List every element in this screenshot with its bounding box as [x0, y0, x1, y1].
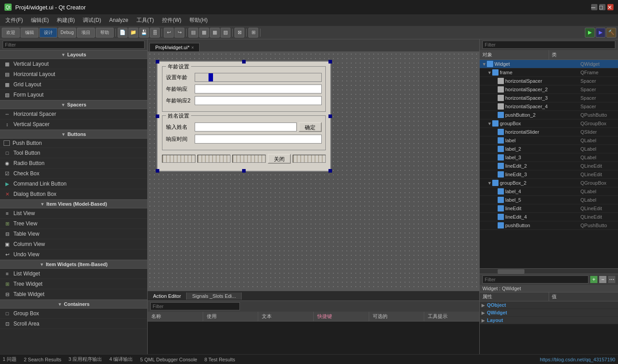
widget-item-list-widget[interactable]: ≡ List Widget: [0, 269, 147, 279]
tree-item-groupbox2[interactable]: ▼ groupBox_2 QGroupBox: [480, 179, 618, 187]
widget-item-tree-view[interactable]: ⊞ Tree View: [0, 219, 147, 229]
tree-item-lineedit3[interactable]: lineEdit_3 QLineEdit: [480, 170, 618, 179]
tb-undo[interactable]: ↩: [164, 28, 174, 38]
menu-controls[interactable]: 控件(W): [158, 16, 185, 25]
menu-help[interactable]: 帮助(H): [186, 16, 211, 25]
doc-tab-widget[interactable]: Proj4/widget.ui* ×: [149, 43, 200, 51]
maximize-button[interactable]: □: [599, 4, 605, 10]
close-button[interactable]: ✕: [607, 4, 614, 10]
props-group-layout[interactable]: ▶ Layout: [480, 317, 618, 324]
props-add-button[interactable]: +: [590, 276, 597, 283]
tree-toggle-frame[interactable]: ▼: [487, 70, 492, 75]
widget-item-undo-view[interactable]: ↩ Undo View: [0, 250, 147, 260]
tree-item-frame[interactable]: ▼ frame QFrame: [480, 68, 618, 77]
handle-bm[interactable]: [242, 169, 246, 173]
tb-edit[interactable]: 编辑: [21, 28, 38, 38]
tree-item-hslider[interactable]: horizontalSlider QSlider: [480, 128, 618, 136]
handle-ml[interactable]: [156, 114, 159, 118]
widget-item-vertical-layout[interactable]: ▦ Vertical Layout: [0, 59, 147, 69]
tree-item-widget[interactable]: ▼ Widget QWidget: [480, 60, 618, 68]
tree-item-pushbutton2[interactable]: pushButton_2 QPushButto: [480, 111, 618, 119]
tb-layout-h[interactable]: ▤: [188, 28, 198, 38]
widget-form[interactable]: 年龄设置 设置年龄 年龄响应 年龄响应2: [157, 61, 331, 172]
tree-item-label3[interactable]: label_3 QLabel: [480, 153, 618, 162]
widget-item-dialog-button-box[interactable]: ✕ Dialog Button Box: [0, 189, 147, 199]
status-problems[interactable]: 1 问题: [3, 356, 17, 363]
widget-item-radio-button[interactable]: ◉ Radio Button: [0, 158, 147, 169]
bottom-tab-action-editor[interactable]: Action Editor: [148, 292, 187, 300]
widget-item-column-view[interactable]: ▣ Column View: [0, 239, 147, 250]
menu-debug[interactable]: 调试(D): [79, 16, 105, 25]
tree-toggle-groupbox2[interactable]: ▼: [487, 181, 492, 186]
tree-item-label1[interactable]: label QLabel: [480, 136, 618, 145]
menu-file[interactable]: 文件(F): [2, 16, 26, 25]
tb-redo[interactable]: ↪: [175, 28, 184, 38]
tb-new[interactable]: 📄: [118, 28, 128, 38]
handle-bl[interactable]: [156, 169, 159, 173]
action-filter-input[interactable]: [150, 302, 240, 310]
tb-run[interactable]: ▶: [585, 28, 595, 38]
widget-item-group-box[interactable]: □ Group Box: [0, 309, 147, 319]
minimize-button[interactable]: ─: [591, 4, 597, 10]
tb-break-layout[interactable]: ⊠: [234, 28, 244, 38]
widget-item-command-link-button[interactable]: ▶ Command Link Button: [0, 179, 147, 189]
tree-item-groupbox[interactable]: ▼ groupBox QGroupBox: [480, 119, 618, 128]
response-time-input[interactable]: [195, 135, 322, 144]
status-search[interactable]: 2 Search Results: [24, 357, 61, 362]
tb-open[interactable]: 📁: [128, 28, 138, 38]
tb-layout-grid[interactable]: ▦: [210, 28, 220, 38]
tb-debug[interactable]: Debug: [58, 28, 76, 38]
status-link[interactable]: https://blog.csdn.net/qq_43157190: [540, 357, 615, 362]
close-button[interactable]: 关闭: [268, 154, 291, 164]
tb-help[interactable]: 帮助: [96, 28, 114, 38]
status-compile[interactable]: 4 编译输出: [109, 356, 133, 363]
age-slider[interactable]: [195, 73, 322, 82]
handle-br[interactable]: [328, 169, 332, 173]
tree-item-label2[interactable]: label_2 QLabel: [480, 145, 618, 153]
tree-scrollbar-thumb[interactable]: [498, 269, 524, 274]
props-filter-input[interactable]: [482, 275, 588, 284]
design-canvas[interactable]: 年龄设置 设置年龄 年龄响应 年龄响应2: [148, 52, 479, 291]
confirm-button[interactable]: 确定: [298, 122, 322, 132]
object-filter-input[interactable]: [482, 41, 615, 49]
name-input[interactable]: [195, 123, 297, 131]
tree-item-lineedit[interactable]: lineEdit QLineEdit: [480, 204, 618, 213]
handle-tr[interactable]: [328, 60, 332, 63]
doc-tab-close[interactable]: ×: [191, 45, 194, 50]
menu-edit[interactable]: 编辑(E): [27, 16, 52, 25]
props-more-button[interactable]: ⋯: [608, 276, 615, 283]
widget-item-table-view[interactable]: ⊟ Table View: [0, 229, 147, 239]
bottom-tab-signals-slots[interactable]: Signals _Slots Edi...: [187, 292, 242, 300]
status-app-output[interactable]: 3 应用程序输出: [68, 356, 102, 363]
menu-build[interactable]: 构建(B): [53, 16, 78, 25]
tb-project[interactable]: 项目: [77, 28, 95, 38]
handle-mr[interactable]: [328, 114, 332, 118]
widget-item-form-layout[interactable]: ▧ Form Layout: [0, 90, 147, 100]
tree-scrollbar-h[interactable]: [480, 268, 618, 274]
tb-layout-v[interactable]: ▦: [199, 28, 209, 38]
tree-toggle-widget[interactable]: ▼: [482, 62, 487, 67]
tb-build[interactable]: 🔨: [606, 28, 616, 38]
widget-item-push-button[interactable]: Push Button: [0, 139, 147, 148]
mini-slider-1[interactable]: [162, 155, 196, 163]
menu-tools[interactable]: 工具(T): [133, 16, 158, 25]
handle-tm[interactable]: [242, 60, 246, 63]
widget-item-scroll-area[interactable]: ⊡ Scroll Area: [0, 319, 147, 329]
handle-tl[interactable]: [156, 60, 159, 63]
mini-slider-4[interactable]: [293, 155, 326, 163]
status-qml[interactable]: 5 QML Debugger Console: [140, 357, 197, 362]
tb-welcome[interactable]: 欢迎: [2, 28, 20, 38]
tree-item-lineedit2[interactable]: lineEdit_2 QLineEdit: [480, 162, 618, 170]
tb-debug-run[interactable]: ▶: [596, 28, 605, 38]
widget-item-tool-button[interactable]: □ Tool Button: [0, 148, 147, 158]
widget-item-horizontal-layout[interactable]: ▤ Horizontal Layout: [0, 69, 147, 80]
widget-item-tree-widget[interactable]: ⊞ Tree Widget: [0, 279, 147, 289]
age-response-input[interactable]: [195, 85, 322, 93]
tree-item-hspacer2[interactable]: horizontalSpacer_2 Spacer: [480, 85, 618, 94]
tb-save-all[interactable]: 🗄: [150, 28, 160, 38]
menu-analyze[interactable]: Analyze: [106, 16, 132, 24]
age-response2-input[interactable]: [195, 96, 322, 105]
props-group-qwidget[interactable]: ▶ QWidget: [480, 309, 618, 317]
tb-design[interactable]: 设计: [39, 28, 57, 38]
status-test[interactable]: 8 Test Results: [205, 357, 235, 362]
